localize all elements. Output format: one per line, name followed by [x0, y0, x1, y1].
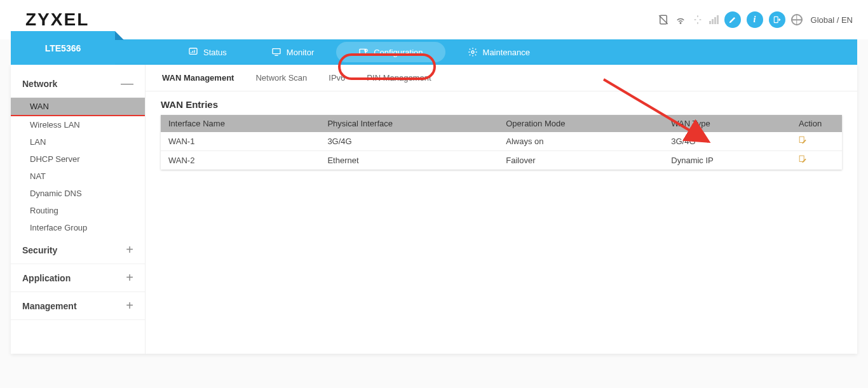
th-physical-interface: Physical Interface [320, 115, 498, 132]
collapse-icon: — [121, 76, 133, 91]
th-interface-name: Interface Name [161, 115, 320, 132]
nav-configuration[interactable]: Configuration [336, 42, 445, 62]
globe-icon[interactable] [791, 14, 803, 25]
sidebar-group-application[interactable]: Application + [11, 264, 145, 292]
top-nav: LTE5366 Status Monitor Configuration Mai… [11, 39, 857, 65]
cell-type: Dynamic IP [663, 151, 791, 170]
cell-phy: Ethernet [320, 151, 498, 170]
cell-type: 3G/4G [663, 132, 791, 151]
table-row: WAN-2 Ethernet Failover Dynamic IP [161, 151, 842, 170]
nav-status-label: Status [203, 48, 227, 57]
expand-icon: + [126, 271, 133, 285]
svg-point-2 [680, 23, 681, 24]
info-icon[interactable]: i [747, 11, 763, 28]
cell-mode: Failover [498, 151, 663, 170]
signal-icon [709, 15, 719, 24]
nav-configuration-label: Configuration [374, 48, 423, 57]
no-sim-icon [658, 14, 669, 25]
subtabs: WAN Management Network Scan IPv6 PIN Man… [146, 65, 857, 91]
subtab-wan-management[interactable]: WAN Management [161, 71, 235, 84]
svg-rect-19 [799, 156, 804, 161]
logout-icon[interactable] [769, 11, 785, 28]
sidebar-item-interface-group[interactable]: Interface Group [11, 219, 145, 236]
wan-entries-table: Interface Name Physical Interface Operat… [161, 115, 842, 170]
wifi-icon [675, 14, 686, 25]
edit-icon[interactable] [799, 155, 808, 164]
content: Network — WAN Wireless LAN LAN DHCP Serv… [11, 65, 857, 354]
expand-icon: + [126, 243, 133, 257]
svg-rect-7 [774, 17, 778, 22]
main-panel: WAN Management Network Scan IPv6 PIN Man… [146, 65, 857, 354]
cell-mode: Always on [498, 132, 663, 151]
sidebar-group-network[interactable]: Network — [11, 70, 145, 98]
sidebar-item-dynamic-dns[interactable]: Dynamic DNS [11, 185, 145, 202]
svg-rect-18 [799, 137, 804, 142]
th-wan-type: WAN Type [663, 115, 791, 132]
sidebar: Network — WAN Wireless LAN LAN DHCP Serv… [11, 65, 146, 354]
sidebar-group-label: Network [22, 79, 57, 89]
header: ZYXEL i Global / EN [0, 0, 868, 39]
loading-icon [692, 14, 703, 25]
subtab-ipv6[interactable]: IPv6 [327, 71, 346, 84]
cell-iface: WAN-2 [161, 151, 320, 170]
nav-maintenance[interactable]: Maintenance [445, 39, 552, 65]
table-row: WAN-1 3G/4G Always on 3G/4G [161, 132, 842, 151]
th-operation-mode: Operation Mode [498, 115, 663, 132]
cell-phy: 3G/4G [320, 132, 498, 151]
subtab-network-scan[interactable]: Network Scan [254, 71, 308, 84]
sidebar-item-routing[interactable]: Routing [11, 202, 145, 219]
language-selector[interactable]: Global / EN [811, 15, 853, 25]
header-toolbar: i Global / EN [658, 11, 853, 28]
section-title: WAN Entries [146, 91, 857, 115]
expand-icon: + [126, 298, 133, 313]
sidebar-group-security[interactable]: Security + [11, 236, 145, 264]
nav-status[interactable]: Status [166, 39, 249, 65]
sidebar-item-dhcp-server[interactable]: DHCP Server [11, 151, 145, 168]
sidebar-item-wireless-lan[interactable]: Wireless LAN [11, 116, 145, 133]
svg-rect-12 [273, 49, 280, 54]
th-action: Action [791, 115, 842, 132]
sidebar-item-nat[interactable]: NAT [11, 168, 145, 185]
sidebar-item-lan[interactable]: LAN [11, 133, 145, 151]
device-tab[interactable]: LTE5366 [11, 31, 115, 65]
svg-point-16 [471, 51, 474, 53]
subtab-pin-management[interactable]: PIN Management [365, 71, 432, 84]
nav-monitor-label: Monitor [287, 48, 314, 57]
nav-maintenance-label: Maintenance [483, 48, 530, 57]
sidebar-group-label: Management [22, 301, 77, 311]
sidebar-group-management[interactable]: Management + [11, 292, 145, 320]
edit-icon[interactable] [799, 136, 808, 145]
sidebar-item-wan[interactable]: WAN [11, 98, 145, 116]
nav-monitor[interactable]: Monitor [249, 39, 336, 65]
cell-iface: WAN-1 [161, 132, 320, 151]
brand-logo: ZYXEL [25, 10, 89, 30]
wizard-icon[interactable] [724, 11, 741, 28]
sidebar-group-label: Application [22, 273, 71, 283]
sidebar-group-label: Security [22, 245, 57, 255]
